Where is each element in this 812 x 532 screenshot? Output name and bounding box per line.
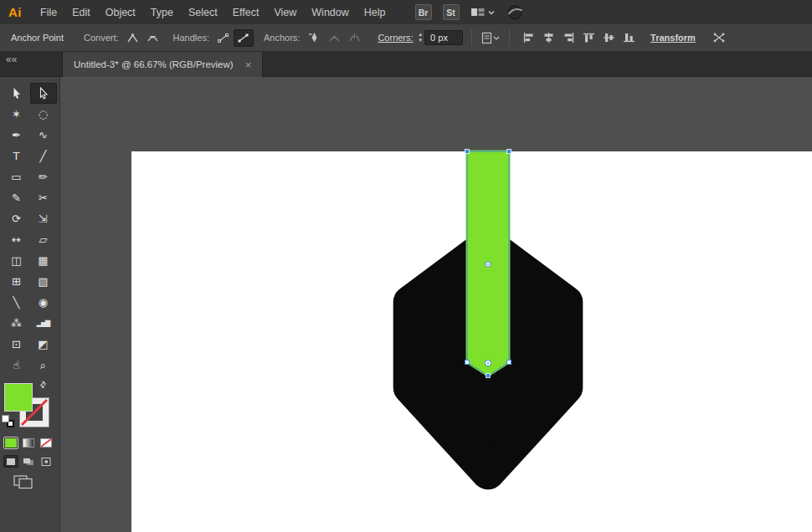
illustrator-window: Ai File Edit Object Type Select Effect V… (0, 0, 812, 532)
menu-effect[interactable]: Effect (225, 7, 267, 18)
divider (509, 29, 510, 46)
align-top-icon (583, 32, 595, 43)
menu-help[interactable]: Help (357, 7, 393, 18)
shape-builder-icon: ◫ (11, 255, 21, 266)
cut-path-button[interactable] (344, 29, 364, 47)
collapse-panel-chevrons[interactable]: «« (6, 54, 17, 65)
line-segment-icon: ╱ (40, 151, 47, 161)
blend-tool[interactable]: ◉ (30, 292, 57, 313)
align-vertical-bottom-button[interactable] (619, 29, 639, 47)
menu-type[interactable]: Type (143, 7, 181, 18)
convert-to-smooth-button[interactable] (143, 29, 163, 47)
gradient-button[interactable] (21, 437, 36, 449)
gradient-icon: ▧ (38, 276, 48, 287)
menu-window[interactable]: Window (304, 7, 356, 18)
free-transform-tool[interactable]: ▱ (30, 229, 57, 250)
direct-selection-tool[interactable] (30, 83, 57, 104)
eyedropper-icon: ╲ (13, 297, 20, 308)
remove-anchor-button[interactable] (304, 29, 324, 47)
anchor-handle-mid-left[interactable] (465, 361, 470, 365)
canvas-area[interactable] (60, 77, 812, 532)
isolate-options-button[interactable] (709, 29, 729, 47)
align-horizontal-left-button[interactable] (518, 29, 538, 47)
scale-tool[interactable]: ⇲ (30, 208, 57, 229)
selection-tool[interactable] (3, 83, 30, 104)
swap-fill-stroke-icon[interactable]: ⇄ (37, 379, 49, 391)
anchor-handle-bottom-point[interactable] (486, 374, 491, 378)
mini-fill-chip (2, 415, 9, 422)
rectangle-tool[interactable]: ▭ (3, 166, 30, 187)
none-button[interactable] (39, 437, 54, 449)
document-tab[interactable]: Untitled-3* @ 66.67% (RGB/Preview) × (62, 52, 263, 77)
type-tool[interactable]: T (3, 146, 30, 166)
menu-file[interactable]: File (33, 7, 64, 18)
gradient-tool[interactable]: ▧ (30, 271, 57, 292)
convert-to-corner-button[interactable] (123, 29, 143, 47)
menu-select[interactable]: Select (181, 7, 225, 18)
rotate-tool[interactable]: ⟳ (3, 208, 30, 229)
fill-swatch[interactable] (4, 383, 33, 412)
menu-object[interactable]: Object (98, 7, 143, 18)
anchor-handle-top-right[interactable] (507, 150, 511, 154)
column-graph-tool[interactable]: ▂▅▇ (30, 313, 57, 334)
line-segment-tool[interactable]: ╱ (30, 146, 57, 166)
workspace-layout-icon (470, 7, 486, 18)
symbol-sprayer-tool[interactable]: ⁂ (3, 313, 30, 334)
corners-stepper[interactable]: ▴▾ (419, 32, 423, 43)
draw-normal-button[interactable] (3, 455, 18, 468)
mesh-tool[interactable]: ⊞ (3, 271, 30, 292)
slice-tool[interactable]: ◩ (30, 334, 57, 355)
show-handles-button[interactable] (234, 29, 254, 47)
anchor-handle-mid-right[interactable] (507, 361, 511, 365)
shaper-tool[interactable]: ✎ (3, 187, 30, 208)
corners-link[interactable]: Corners: (378, 33, 413, 43)
align-v-center-icon (603, 32, 615, 43)
stock-button[interactable]: St (443, 4, 460, 20)
hand-tool[interactable]: ☝ (3, 355, 30, 376)
hide-handles-button[interactable] (213, 29, 234, 47)
scissors-icon: ✂ (39, 192, 48, 203)
bridge-button[interactable]: Br (415, 4, 432, 20)
magic-wand-icon: ✶ (12, 109, 21, 120)
align-horizontal-center-button[interactable] (538, 29, 558, 47)
curvature-icon: ∿ (39, 130, 48, 141)
anchor-handle-top-left[interactable] (465, 150, 470, 154)
transform-link[interactable]: Transform (650, 33, 696, 43)
live-corner-dot (487, 362, 489, 364)
curvature-tool[interactable]: ∿ (30, 125, 57, 146)
align-vertical-center-button[interactable] (599, 29, 619, 47)
control-bar: Anchor Point Convert: Handles: (0, 24, 812, 52)
magic-wand-tool[interactable]: ✶ (3, 104, 30, 125)
cut-path-icon (348, 33, 361, 43)
draw-inside-icon (39, 457, 53, 467)
connect-path-button[interactable] (324, 29, 344, 47)
document-presets-dropdown[interactable] (481, 29, 501, 47)
swoosh-globe-icon[interactable] (506, 4, 524, 21)
artboard-tool[interactable]: ⊡ (3, 334, 30, 355)
pen-tool[interactable]: ✒ (3, 125, 30, 146)
align-vertical-top-button[interactable] (578, 29, 599, 47)
menu-view[interactable]: View (266, 7, 304, 18)
screen-mode-button[interactable] (13, 475, 33, 493)
align-horizontal-right-button[interactable] (558, 29, 578, 47)
width-tool[interactable]: ↔ (3, 229, 30, 250)
free-transform-icon: ▱ (39, 234, 48, 245)
hand-icon: ☝ (13, 360, 20, 371)
draw-behind-button[interactable] (21, 455, 36, 468)
menu-edit[interactable]: Edit (64, 7, 98, 18)
eyedropper-tool[interactable]: ╲ (3, 292, 30, 313)
corners-input[interactable] (424, 30, 463, 45)
shape-builder-tool[interactable]: ◫ (3, 250, 30, 271)
draw-inside-button[interactable] (39, 455, 54, 468)
lasso-tool[interactable]: ◌ (30, 104, 57, 125)
tab-close-icon[interactable]: × (245, 59, 252, 71)
menu-bar: Ai File Edit Object Type Select Effect V… (0, 0, 812, 24)
color-button[interactable] (3, 437, 18, 449)
paintbrush-tool[interactable]: ✏ (30, 166, 57, 187)
stepper-down-icon[interactable]: ▾ (419, 38, 423, 43)
perspective-grid-tool[interactable]: ▦ (30, 250, 57, 271)
workspace-switcher[interactable] (470, 7, 495, 18)
scissors-tool[interactable]: ✂ (30, 187, 57, 208)
zoom-tool[interactable]: ⌕ (30, 355, 57, 376)
default-fill-stroke-icon[interactable] (2, 415, 15, 428)
